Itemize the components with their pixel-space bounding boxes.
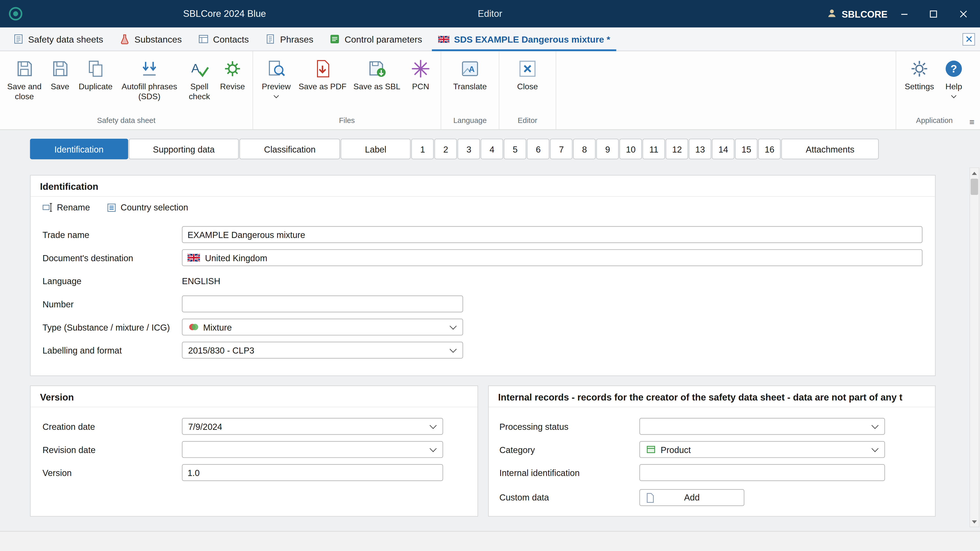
tab-substances[interactable]: Substances [111, 27, 190, 51]
help-dropdown-chevron-icon [951, 93, 956, 98]
type-value: Mixture [203, 322, 232, 332]
ribbon-group-safety-data-sheet: Save and close Save Duplicate Autofill p… [0, 51, 253, 129]
country-selection-icon [106, 202, 117, 213]
page-tab-13[interactable]: 13 [689, 139, 711, 159]
spell-check-button[interactable]: Spell check [183, 56, 216, 105]
form-row: Custom data Add [489, 484, 935, 510]
page-tab-11[interactable]: 11 [643, 139, 665, 159]
contacts-icon [198, 34, 209, 44]
creation-date-select[interactable]: 7/9/2024 [182, 418, 443, 435]
page-tab-3[interactable]: 3 [458, 139, 480, 159]
destination-value: United Kingdom [205, 253, 267, 263]
labelling-value: 2015/830 - CLP3 [188, 345, 254, 355]
page-tab-label[interactable]: Label [341, 139, 411, 159]
page-tab-6[interactable]: 6 [527, 139, 549, 159]
editor-content: IdentificationSupporting dataClassificat… [0, 130, 980, 531]
page-tab-1[interactable]: 1 [411, 139, 434, 159]
processing-status-label: Processing status [500, 421, 640, 431]
scroll-up-icon [972, 171, 977, 175]
page-tab-9[interactable]: 9 [597, 139, 619, 159]
category-value: Product [661, 445, 691, 454]
save-as-sbl-button[interactable]: Save as SBL [349, 56, 404, 94]
processing-status-select[interactable] [639, 418, 885, 435]
rename-icon [42, 202, 53, 213]
minimize-button[interactable] [890, 0, 919, 27]
preview-label: Preview [262, 82, 291, 92]
close-editor-button[interactable]: Close [509, 56, 546, 94]
form-row: Category Product [489, 438, 935, 461]
page-tab-14[interactable]: 14 [712, 139, 735, 159]
page-tab-2[interactable]: 2 [434, 139, 457, 159]
rename-button[interactable]: Rename [42, 202, 90, 213]
type-select[interactable]: Mixture [182, 319, 463, 335]
number-input[interactable] [182, 295, 463, 312]
scrollbar-thumb[interactable] [970, 179, 978, 195]
labelling-select[interactable]: 2015/830 - CLP3 [182, 342, 463, 359]
page-tab-12[interactable]: 12 [666, 139, 688, 159]
ribbon-group-language: Translate Language [441, 51, 500, 129]
form-row: Type (Substance / mixture / ICG) Mixture [30, 316, 935, 339]
pcn-button[interactable]: PCN [404, 56, 437, 94]
revision-date-select[interactable] [182, 441, 443, 458]
save-icon [50, 59, 70, 79]
tab-control-parameters[interactable]: Control parameters [321, 27, 430, 51]
duplicate-button[interactable]: Duplicate [75, 56, 116, 94]
page-tab-15[interactable]: 15 [735, 139, 758, 159]
tab-close-button[interactable] [963, 33, 975, 45]
ribbon-group-label-language: Language [449, 114, 491, 129]
page-tab-5[interactable]: 5 [504, 139, 526, 159]
ribbon-group-buttons: Preview Save as PDF Save as SBL PCN [257, 51, 437, 114]
destination-input[interactable]: United Kingdom [182, 249, 923, 266]
help-button[interactable]: Help [939, 56, 969, 100]
save-as-pdf-button[interactable]: Save as PDF [296, 56, 349, 94]
settings-button[interactable]: Settings [900, 56, 939, 94]
scroll-up-button[interactable] [970, 168, 979, 177]
page-tab-8[interactable]: 8 [573, 139, 596, 159]
form-row: Number [30, 292, 935, 316]
tab-sds-example-dangerous-mixture[interactable]: SDS EXAMPLE Dangerous mixture * [430, 27, 618, 51]
revision-date-label: Revision date [43, 445, 182, 454]
page-tab-7[interactable]: 7 [550, 139, 573, 159]
minimize-icon [900, 10, 908, 17]
version-form: Creation date 7/9/2024 Revision date Ver… [30, 407, 477, 484]
tab-contacts[interactable]: Contacts [190, 27, 257, 51]
uk-flag-icon [438, 35, 450, 43]
internal-identification-input[interactable] [639, 464, 885, 481]
ribbon-group-buttons: Close [509, 51, 546, 114]
app-title: SBLCore 2024 Blue [183, 0, 266, 27]
scroll-down-button[interactable] [970, 517, 979, 526]
page-tab-16[interactable]: 16 [758, 139, 781, 159]
custom-data-add-button[interactable]: Add [639, 489, 744, 506]
page-tab-identification[interactable]: Identification [30, 139, 128, 159]
preview-button[interactable]: Preview [257, 56, 296, 100]
save-button[interactable]: Save [45, 56, 75, 94]
ribbon-menu-icon[interactable]: ≡ [969, 118, 974, 126]
save-and-close-button[interactable]: Save and close [4, 56, 45, 105]
trade-name-input[interactable] [182, 226, 923, 243]
page-tab-classification[interactable]: Classification [240, 139, 340, 159]
page-tab-4[interactable]: 4 [481, 139, 503, 159]
tab-safety-data-sheets[interactable]: Safety data sheets [5, 27, 111, 51]
page-tab-attachments[interactable]: Attachments [781, 139, 879, 159]
revise-button[interactable]: Revise [216, 56, 248, 94]
user-account-button[interactable]: SBLCORE [826, 0, 888, 27]
category-select[interactable]: Product [639, 441, 885, 458]
chevron-down-icon [450, 346, 457, 353]
tab-phrases[interactable]: Phrases [257, 27, 321, 51]
window-close-button[interactable] [949, 0, 978, 27]
vertical-scrollbar[interactable] [969, 167, 979, 527]
preview-dropdown-chevron-icon [274, 93, 279, 98]
version-input[interactable] [182, 464, 443, 481]
autofill-phrases-button[interactable]: Autofill phrases (SDS) [116, 56, 183, 105]
maximize-button[interactable] [919, 0, 948, 27]
country-selection-button[interactable]: Country selection [106, 202, 188, 213]
spell-check-label: Spell check [184, 82, 215, 102]
creation-date-value: 7/9/2024 [188, 421, 222, 431]
identification-panel-title: Identification [30, 176, 935, 197]
page-tab-10[interactable]: 10 [619, 139, 642, 159]
save-as-pdf-label: Save as PDF [299, 82, 347, 92]
translate-label: Translate [453, 82, 487, 92]
duplicate-label: Duplicate [79, 82, 113, 92]
translate-button[interactable]: Translate [449, 56, 491, 94]
page-tab-supporting-data[interactable]: Supporting data [129, 139, 239, 159]
